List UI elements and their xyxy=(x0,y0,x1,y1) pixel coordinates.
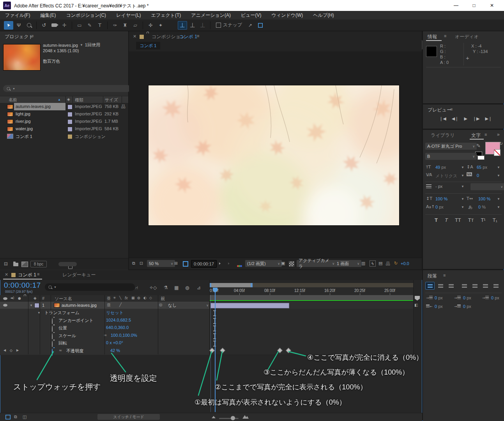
kerning-caret-icon[interactable]: ▼ xyxy=(461,174,464,177)
tab-library[interactable]: ライブラリ xyxy=(431,132,454,139)
project-search-input[interactable] xyxy=(17,86,116,91)
expand-inout-button[interactable]: ◫ xyxy=(23,414,27,419)
axis-view-button[interactable]: ⊥ xyxy=(198,21,207,30)
collapse-switch-icon[interactable]: ✳ xyxy=(113,296,116,300)
pan-behind-tool[interactable]: ✛ xyxy=(60,21,69,30)
property-label[interactable]: アンカーポイント xyxy=(58,318,94,324)
label-chip[interactable] xyxy=(67,134,73,139)
quality-switch-icon[interactable]: ╲ xyxy=(119,296,121,300)
motion-blur-switch-icon[interactable]: ◍ xyxy=(137,296,140,300)
transparency-grid-icon[interactable] xyxy=(289,261,294,267)
indent-left-value[interactable]: 0 px xyxy=(435,295,443,300)
region-of-interest-brackets-icon[interactable] xyxy=(256,21,265,30)
first-frame-button[interactable]: ❘◀ xyxy=(439,116,446,121)
puppet-tool[interactable]: ✣ xyxy=(146,21,155,30)
label-column-icon[interactable]: ◈ xyxy=(34,296,37,300)
font-family-dropdown[interactable]: A-OTF 新丸ゴ Pro∨ xyxy=(425,143,477,150)
tsume-caret-icon[interactable]: ▼ xyxy=(497,205,500,209)
target-region-icon[interactable]: ▣ xyxy=(281,261,285,266)
zoom-tool[interactable] xyxy=(24,21,34,30)
timeline-search-box[interactable]: ▼ xyxy=(45,283,135,291)
frame-blending-icon[interactable]: ▦ xyxy=(174,285,179,290)
channel-rgb-icon[interactable] xyxy=(237,262,242,269)
rotate-tool[interactable]: ↺ xyxy=(39,21,49,30)
property-value[interactable]: リセット xyxy=(106,310,124,316)
switches-modes-button[interactable]: スイッチ / モード xyxy=(97,414,160,420)
work-area-marker-icon[interactable] xyxy=(415,296,420,301)
superscript-button[interactable]: T¹ xyxy=(481,217,485,223)
rectangle-tool[interactable]: ▭ xyxy=(75,21,84,30)
hide-shy-layers-icon[interactable]: ⚗ xyxy=(164,285,168,290)
faux-bold-button[interactable]: T xyxy=(435,217,438,223)
character-menu-icon[interactable]: ≡ xyxy=(485,132,486,137)
label-chip[interactable] xyxy=(67,112,73,117)
timeline-tab-comp[interactable]: コンポ 1 xyxy=(18,272,36,278)
info-menu-icon[interactable]: ≡ xyxy=(444,34,446,38)
bit-depth-button[interactable]: 8 bpc xyxy=(30,261,47,267)
no-fill-swatch[interactable] xyxy=(494,149,500,156)
property-label[interactable]: 位置 xyxy=(58,325,67,331)
snap-toggle[interactable]: スナップ xyxy=(216,22,242,28)
align-center-button[interactable] xyxy=(436,282,445,290)
faux-italic-button[interactable]: T xyxy=(445,217,448,223)
add-keyframe-icon[interactable]: ◇ xyxy=(10,348,12,352)
leading-value[interactable]: 65 px xyxy=(477,165,487,170)
column-source-name[interactable]: ソース名 xyxy=(55,296,72,302)
viewer-timecode[interactable]: 0:00:00:17 xyxy=(191,260,217,268)
selection-tool[interactable]: ➤ xyxy=(4,21,13,30)
property-label[interactable]: 不透明度 xyxy=(66,348,83,354)
solo-column-icon[interactable]: ● xyxy=(18,296,21,300)
align-right-button[interactable] xyxy=(446,282,456,290)
active-camera-dropdown[interactable]: アクティブカメラ∨ xyxy=(297,260,336,267)
all-caps-button[interactable]: TT xyxy=(455,217,461,223)
layer-visibility-eye-icon[interactable] xyxy=(3,304,7,307)
timeline-search-input[interactable] xyxy=(58,285,122,290)
horizontal-scale-caret-icon[interactable]: ▼ xyxy=(497,197,500,201)
motion-blur-icon[interactable]: ◍ xyxy=(185,285,189,290)
always-preview-icon[interactable]: ⧉ xyxy=(132,261,135,266)
font-size-value[interactable]: 49 px xyxy=(435,165,446,170)
tab-audio[interactable]: オーディオ xyxy=(455,34,479,40)
menu-help[interactable]: ヘルプ(H) xyxy=(308,12,339,19)
timeline-tab-close-icon[interactable]: ✕ xyxy=(5,272,8,277)
justify-last-right-button[interactable] xyxy=(481,282,490,290)
tab-preview[interactable]: プレビュー xyxy=(428,107,451,113)
hand-tool[interactable]: Ψ xyxy=(14,21,23,30)
time-ruler[interactable]: 0:00f 04:05f 08:10f 12:15f 16:20f 20:25f… xyxy=(209,287,413,295)
timeline-zoom-slider-knob[interactable] xyxy=(231,416,235,420)
video-column-eye-icon[interactable] xyxy=(3,297,7,300)
property-value[interactable]: 1024.0,682.5 xyxy=(106,318,131,322)
timeline-icon[interactable]: ▤ xyxy=(378,261,382,266)
indent-right-value[interactable]: 0 px xyxy=(435,304,443,309)
menu-window[interactable]: ウィンドウ(W) xyxy=(267,12,308,19)
menu-layer[interactable]: レイヤー(L) xyxy=(111,12,146,19)
brush-tool[interactable]: ✑ xyxy=(110,21,120,30)
new-composition-icon[interactable] xyxy=(21,262,28,267)
camera-tool[interactable] xyxy=(50,21,59,30)
zoom-out-mountain-icon[interactable] xyxy=(212,416,216,418)
resolution-dropdown[interactable]: (1/2 画質)∨ xyxy=(245,260,282,267)
snap-checkbox[interactable] xyxy=(216,23,221,28)
label-chip[interactable] xyxy=(67,127,73,132)
tracking-value[interactable]: 0 xyxy=(477,173,479,178)
project-search-box[interactable]: ▼ xyxy=(3,85,131,92)
layer-quality-icon[interactable]: ╱ xyxy=(119,302,122,307)
vertical-scale-value[interactable]: 100 % xyxy=(435,196,447,201)
property-value[interactable]: 0 x +0.0° xyxy=(106,340,123,345)
new-folder-icon[interactable] xyxy=(13,263,18,266)
menu-composition[interactable]: コンポジション(C) xyxy=(61,12,111,19)
current-timecode[interactable]: 0:00:00:17 xyxy=(4,281,41,290)
opacity-value[interactable]: 42 % xyxy=(110,348,120,353)
column-size[interactable]: サイズ xyxy=(105,97,118,103)
layer-track[interactable] xyxy=(209,302,413,309)
view-layout-dropdown[interactable]: 1 画面∨ xyxy=(335,260,361,267)
prev-keyframe-icon[interactable]: ◀ xyxy=(4,348,6,352)
property-value[interactable]: 100.0,100.0% xyxy=(111,333,137,338)
timeline-zoom-slider-track[interactable] xyxy=(219,418,239,419)
next-keyframe-icon[interactable]: ▶ xyxy=(16,348,19,352)
preview-menu-icon[interactable]: ≡ xyxy=(450,107,452,111)
tsume-value[interactable]: 0 % xyxy=(478,205,486,209)
column-type[interactable]: 種類 xyxy=(75,97,83,103)
interpret-footage-icon[interactable]: ⊟ xyxy=(4,261,8,267)
composition-image[interactable] xyxy=(148,85,400,226)
